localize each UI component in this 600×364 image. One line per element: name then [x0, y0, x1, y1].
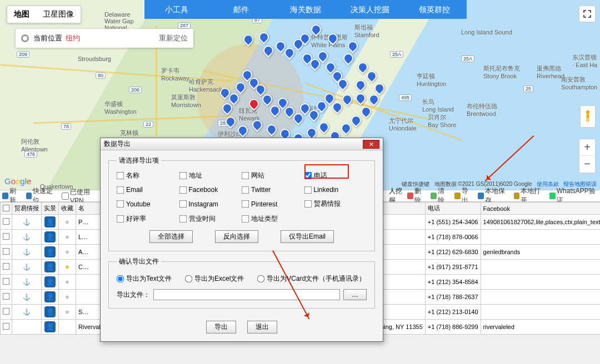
- map-pin[interactable]: [317, 120, 331, 134]
- favorite-icon[interactable]: ★: [64, 309, 70, 315]
- map-pin[interactable]: [364, 69, 378, 83]
- export-opt-5[interactable]: Facebook: [179, 186, 242, 194]
- dlg-btn-2[interactable]: 仅导出Email: [281, 230, 334, 243]
- export-path-input[interactable]: [153, 289, 340, 300]
- map-pin[interactable]: [339, 121, 353, 135]
- fullscreen-button[interactable]: [579, 6, 596, 22]
- dlg-btn-0[interactable]: 全部选择: [149, 230, 193, 243]
- map-pin[interactable]: [346, 39, 359, 53]
- col-header[interactable]: 电话: [425, 203, 481, 215]
- export-opt-11[interactable]: 贸易情报: [304, 199, 367, 209]
- streetview-icon[interactable]: 👤: [44, 261, 56, 272]
- map-pin[interactable]: [341, 51, 355, 65]
- map-pin[interactable]: [372, 81, 386, 95]
- export-opt-0[interactable]: 名称: [117, 171, 179, 180]
- row-checkbox[interactable]: [3, 218, 9, 225]
- export-opt-12[interactable]: 好评率: [117, 214, 179, 224]
- map-pin[interactable]: [349, 113, 363, 127]
- streetview-icon[interactable]: 👤: [44, 246, 56, 257]
- map-pin[interactable]: [359, 104, 373, 118]
- favorite-icon[interactable]: ★: [64, 279, 70, 285]
- dialog-titlebar[interactable]: 数据导出 ✕: [101, 138, 383, 150]
- nav-item-1[interactable]: 邮件: [209, 0, 273, 19]
- anchor-icon[interactable]: ⚓: [23, 294, 31, 300]
- export-format-1[interactable]: 导出为Excel文件: [185, 274, 244, 284]
- favorite-icon[interactable]: ★: [64, 249, 70, 255]
- export-opt-9[interactable]: Instagram: [179, 199, 242, 209]
- row-checkbox[interactable]: [3, 293, 9, 300]
- anchor-icon[interactable]: ⚓: [23, 234, 31, 240]
- export-opt-7[interactable]: Linkedin: [304, 186, 367, 194]
- nav-item-0[interactable]: 小工具: [144, 0, 209, 19]
- row-checkbox[interactable]: [3, 308, 9, 315]
- export-opt-8[interactable]: Youtube: [117, 199, 179, 209]
- col-header[interactable]: Facebook: [481, 203, 600, 215]
- relocate-button[interactable]: 重新定位: [159, 33, 188, 43]
- streetview-icon[interactable]: 👤: [44, 321, 56, 332]
- export-format-0[interactable]: 导出为Text文件: [117, 274, 172, 284]
- fieldset-legend: 请选择导出项: [117, 156, 161, 165]
- export-opt-14[interactable]: 地址类型: [242, 214, 304, 224]
- export-opt-10[interactable]: Pinterest: [242, 199, 304, 209]
- favorite-icon[interactable]: ★: [64, 294, 70, 300]
- anchor-icon[interactable]: ⚓: [23, 219, 31, 225]
- nav-item-4[interactable]: 领英群控: [402, 0, 467, 19]
- export-opt-4[interactable]: Email: [117, 186, 179, 194]
- streetview-icon[interactable]: 👤: [44, 291, 56, 302]
- favorite-icon[interactable]: ★: [64, 219, 70, 225]
- export-opt-6[interactable]: Twitter: [242, 186, 304, 194]
- streetview-icon[interactable]: 👤: [44, 231, 56, 242]
- map-pin[interactable]: [257, 30, 271, 44]
- map-pin[interactable]: [353, 91, 367, 105]
- nav-item-3[interactable]: 决策人挖掘: [338, 0, 402, 19]
- col-header[interactable]: 贸易情报: [12, 203, 42, 215]
- close-icon[interactable]: ✕: [363, 140, 379, 149]
- map-pin[interactable]: [353, 78, 367, 92]
- streetview-icon[interactable]: 👤: [44, 276, 56, 287]
- route-shield: 206: [129, 87, 142, 93]
- export-opt-1[interactable]: 地址: [179, 171, 242, 180]
- row-checkbox[interactable]: [3, 278, 9, 285]
- svg-rect-1: [587, 114, 589, 118]
- map-label: 华盛顿Washington: [104, 100, 137, 115]
- anchor-icon[interactable]: ⚓: [23, 279, 31, 285]
- export-button[interactable]: 导出: [206, 321, 236, 333]
- export-opt-13[interactable]: 营业时间: [179, 214, 242, 224]
- col-header[interactable]: [1, 203, 12, 215]
- exit-button[interactable]: 退出: [247, 321, 277, 333]
- anchor-icon[interactable]: ⚓: [23, 309, 31, 315]
- export-format-2[interactable]: 导出为VCard文件（手机通讯录）: [257, 274, 366, 284]
- favorite-icon[interactable]: ★: [64, 234, 70, 240]
- zoom-out-button[interactable]: −: [579, 156, 595, 173]
- favorite-icon[interactable]: ★: [64, 264, 70, 270]
- col-header[interactable]: 收藏: [59, 203, 76, 215]
- zoom-in-button[interactable]: +: [579, 139, 595, 156]
- anchor-icon[interactable]: ⚓: [23, 264, 31, 270]
- col-header[interactable]: 实景: [42, 203, 59, 215]
- map-pin[interactable]: [264, 122, 278, 136]
- pegman-button[interactable]: [580, 105, 596, 128]
- locate-icon[interactable]: [21, 34, 29, 42]
- row-checkbox[interactable]: [3, 263, 9, 270]
- map-pin[interactable]: [241, 32, 255, 46]
- route-shield: 287: [178, 22, 191, 29]
- streetview-icon[interactable]: 👤: [44, 216, 56, 228]
- map-label: 长岛Long Island: [422, 98, 454, 113]
- map-type-map[interactable]: 地图: [7, 6, 36, 23]
- row-checkbox[interactable]: [3, 233, 9, 240]
- map-pin[interactable]: [261, 43, 275, 57]
- map-type-satellite[interactable]: 卫星图像: [36, 6, 81, 23]
- map-pin[interactable]: [233, 80, 247, 94]
- dialog-title: 数据导出: [104, 139, 131, 149]
- streetview-icon[interactable]: 👤: [44, 306, 56, 317]
- browse-button[interactable]: …: [343, 289, 367, 300]
- export-dialog: 数据导出 ✕ 请选择导出项 名称地址网站电话EmailFacebookTwitt…: [100, 138, 383, 342]
- dlg-btn-1[interactable]: 反向选择: [215, 230, 258, 243]
- map-label: Long Island Sound: [461, 29, 512, 36]
- map-pin[interactable]: [340, 92, 354, 106]
- export-opt-2[interactable]: 网站: [242, 171, 304, 180]
- nav-item-2[interactable]: 海关数据: [273, 0, 338, 19]
- map-label: 尤宁代尔Uniondale: [389, 117, 417, 132]
- anchor-icon[interactable]: ⚓: [23, 249, 31, 255]
- row-checkbox[interactable]: [3, 248, 9, 255]
